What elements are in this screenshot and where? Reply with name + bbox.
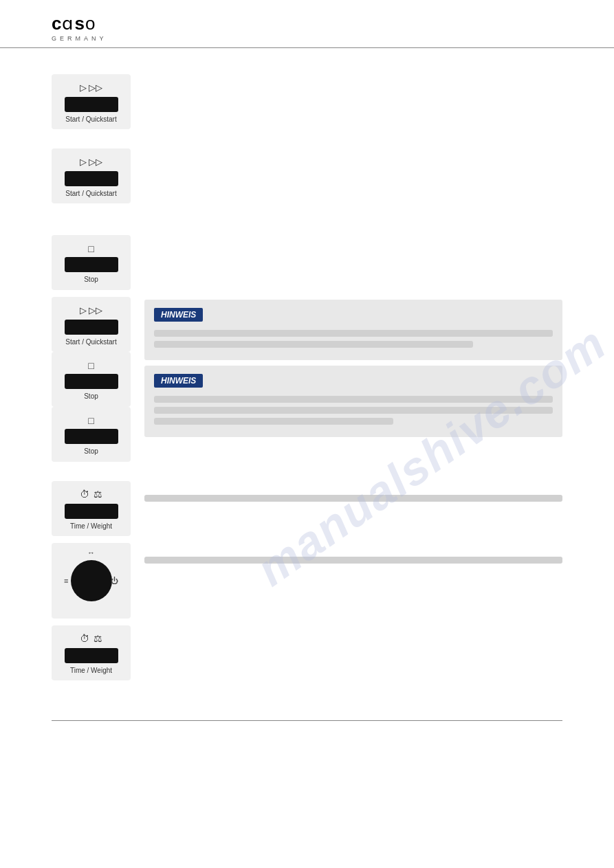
knob-left-icon: ≡ — [64, 577, 68, 585]
footer-divider — [52, 720, 562, 721]
knob-arrows-icon: ↔ — [87, 548, 95, 557]
start-bar-3 — [65, 320, 118, 335]
content-4: HINWEIS HINWEIS — [144, 297, 562, 437]
content-3 — [144, 235, 562, 238]
logo: cɑso — [52, 12, 562, 34]
stop-label-3: Stop — [84, 447, 98, 455]
time-weight-card-1[interactable]: ⏱ ⚖ Time / Weight — [52, 481, 131, 536]
stop-icon-3: □ — [88, 415, 94, 426]
row-time-weight-2: ⏱ ⚖ Time / Weight — [52, 625, 562, 680]
content-bar-5 — [144, 495, 562, 502]
stop-label-1: Stop — [84, 276, 98, 283]
content-2 — [144, 148, 562, 151]
tw-bar-2 — [65, 648, 118, 663]
row-start-1: ▷ ▷▷ Start / Quickstart — [52, 74, 562, 129]
stop-icon-2: □ — [88, 360, 94, 371]
row-start-2: ▷ ▷▷ Start / Quickstart — [52, 148, 562, 203]
knob-right-icon: ⏻ — [111, 577, 118, 585]
start-quickstart-card-2[interactable]: ▷ ▷▷ Start / Quickstart — [52, 148, 131, 203]
stop-bar-1 — [65, 257, 118, 272]
hinweis-line-2b — [154, 407, 553, 414]
main-content: ▷ ▷▷ Start / Quickstart ▷ ▷▷ Start / Qui… — [0, 48, 614, 713]
knob-card[interactable]: ↔ ≡ ⏻ — [52, 543, 131, 619]
stop-bar-2 — [65, 374, 118, 389]
start-label-3: Start / Quickstart — [65, 338, 116, 346]
content-bar-6 — [144, 557, 562, 564]
tw-label-1: Time / Weight — [70, 522, 112, 530]
stop-card-1[interactable]: □ Stop — [52, 235, 131, 290]
tw-label-2: Time / Weight — [70, 667, 112, 674]
stop-label-2: Stop — [84, 392, 98, 400]
start-label-2: Start / Quickstart — [65, 190, 116, 197]
content-7 — [144, 625, 562, 628]
start-bar-2 — [65, 171, 118, 186]
header: cɑso GERMANY — [0, 0, 614, 48]
tw-icons-2: ⏱ ⚖ — [80, 633, 102, 644]
content-1 — [144, 74, 562, 77]
hinweis-line-2c — [154, 418, 393, 425]
hinweis-box-1: HINWEIS — [144, 300, 562, 360]
row-knob: ↔ ≡ ⏻ — [52, 543, 562, 619]
stop-icon-1: □ — [88, 243, 94, 254]
row-group-4: ▷ ▷▷ Start / Quickstart □ Stop □ Stop — [52, 297, 562, 462]
start-icon-2: ▷ ▷▷ — [80, 157, 103, 167]
row-time-weight-1: ⏱ ⚖ Time / Weight — [52, 481, 562, 536]
start-quickstart-card-3[interactable]: ▷ ▷▷ Start / Quickstart — [52, 297, 131, 352]
content-6 — [144, 543, 562, 564]
time-weight-card-2[interactable]: ⏱ ⚖ Time / Weight — [52, 625, 131, 680]
tw-bar-1 — [65, 504, 118, 519]
knob-circle[interactable] — [71, 560, 112, 601]
hinweis-line-1a — [154, 330, 553, 337]
hinweis-badge-2: HINWEIS — [154, 374, 203, 388]
clock-icon-2: ⏱ — [80, 633, 89, 644]
stop-card-3[interactable]: □ Stop — [52, 407, 131, 462]
hinweis-line-2a — [154, 396, 553, 403]
hinweis-box-2: HINWEIS — [144, 366, 562, 437]
weight-icon-2: ⚖ — [94, 633, 102, 644]
stop-bar-3 — [65, 429, 118, 444]
content-5 — [144, 481, 562, 502]
start-bar-1 — [65, 97, 118, 112]
hinweis-badge-1: HINWEIS — [154, 308, 203, 322]
start-quickstart-card-1[interactable]: ▷ ▷▷ Start / Quickstart — [52, 74, 131, 129]
stop-card-2[interactable]: □ Stop — [52, 352, 131, 407]
row-stop-1: □ Stop — [52, 235, 562, 290]
hinweis-line-1b — [154, 341, 473, 348]
start-icon-3: ▷ ▷▷ — [80, 305, 103, 315]
clock-icon-1: ⏱ — [80, 489, 89, 500]
weight-icon-1: ⚖ — [94, 489, 102, 500]
start-label-1: Start / Quickstart — [65, 115, 116, 123]
start-icon-1: ▷ ▷▷ — [80, 82, 103, 93]
logo-sub: GERMANY — [52, 35, 562, 42]
tw-icons-1: ⏱ ⚖ — [80, 489, 102, 500]
